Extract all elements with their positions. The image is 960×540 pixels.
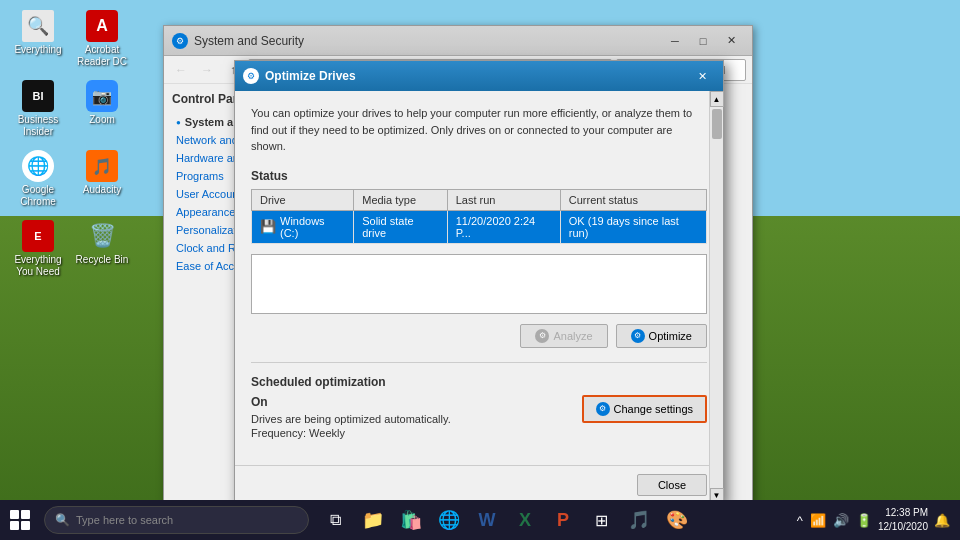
drive-media-type: Solid state drive (354, 210, 447, 243)
cp-window-controls: ─ □ ✕ (662, 31, 744, 51)
col-media-type: Media type (354, 189, 447, 210)
scheduled-title: Scheduled optimization (251, 375, 707, 389)
taskbar-excel[interactable]: X (507, 500, 543, 540)
desktop-icon-everything-you-need[interactable]: E EverythingYou Need (8, 220, 68, 290)
col-last-run: Last run (447, 189, 560, 210)
desktop-icons-area: 🔍 Everything A AcrobatReader DC BI Busin… (8, 10, 136, 360)
drive-current-status: OK (19 days since last run) (560, 210, 706, 243)
volume-icon[interactable]: 🔊 (831, 511, 851, 530)
task-view-icon: ⧉ (325, 510, 345, 530)
powerpoint-icon: P (553, 510, 573, 530)
taskbar-pinned-apps: ⧉ 📁 🛍️ 🌐 W X P ⊞ 🎵 (317, 500, 695, 540)
scroll-track (710, 107, 723, 488)
paint-icon: 🎨 (667, 510, 687, 530)
col-drive: Drive (252, 189, 354, 210)
scroll-thumb[interactable] (712, 109, 722, 139)
taskbar-store[interactable]: 🛍️ (393, 500, 429, 540)
drives-table: Drive Media type Last run Current status… (251, 189, 707, 244)
scheduled-info: On Drives are being optimized automatica… (251, 395, 451, 441)
cp-window-icon: ⚙ (172, 33, 188, 49)
change-settings-icon: ⚙ (596, 402, 610, 416)
active-bullet: ● (176, 118, 181, 127)
desktop-icon-chrome[interactable]: 🌐 GoogleChrome (8, 150, 68, 220)
spotify-icon: 🎵 (629, 510, 649, 530)
cp-maximize-button[interactable]: □ (690, 31, 716, 51)
cp-minimize-button[interactable]: ─ (662, 31, 688, 51)
cp-close-button[interactable]: ✕ (718, 31, 744, 51)
optimize-body: You can optimize your drives to help you… (235, 91, 723, 465)
system-tray-icons: ^ 📶 🔊 🔋 (795, 511, 874, 530)
taskbar-apps[interactable]: ⊞ (583, 500, 619, 540)
frequency-text: Frequency: Weekly (251, 427, 451, 439)
taskbar-spotify[interactable]: 🎵 (621, 500, 657, 540)
word-icon: W (477, 510, 497, 530)
optimize-action-buttons: ⚙ Analyze ⚙ Optimize (251, 324, 707, 348)
scroll-up-arrow[interactable]: ▲ (710, 91, 724, 107)
taskbar: 🔍 Type here to search ⧉ 📁 🛍️ 🌐 W X (0, 500, 960, 540)
drives-empty-area (251, 254, 707, 314)
change-settings-button[interactable]: ⚙ Change settings (582, 395, 708, 423)
optimize-button[interactable]: ⚙ Optimize (616, 324, 707, 348)
start-icon (10, 510, 30, 530)
dialog-close-button[interactable]: Close (637, 474, 707, 496)
dialog-scrollbar[interactable]: ▲ ▼ (709, 91, 723, 504)
analyze-button[interactable]: ⚙ Analyze (520, 324, 607, 348)
cp-title-text: System and Security (194, 34, 662, 48)
desktop-icon-recycle-bin[interactable]: 🗑️ Recycle Bin (72, 220, 132, 290)
store-icon: 🛍️ (401, 510, 421, 530)
taskbar-powerpoint[interactable]: P (545, 500, 581, 540)
tray-chevron[interactable]: ^ (795, 511, 805, 530)
taskbar-search-placeholder: Type here to search (76, 514, 173, 526)
drive-icon-symbol: 💾 (260, 219, 276, 234)
scheduled-row: On Drives are being optimized automatica… (251, 395, 707, 441)
section-divider (251, 362, 707, 363)
apps-icon: ⊞ (591, 510, 611, 530)
optimize-titlebar: ⚙ Optimize Drives ✕ (235, 61, 723, 91)
taskbar-paint[interactable]: 🎨 (659, 500, 695, 540)
cp-back-button[interactable]: ← (170, 59, 192, 81)
taskbar-search-icon: 🔍 (55, 513, 70, 527)
optimize-close-x-button[interactable]: ✕ (689, 66, 715, 86)
desktop: 🔍 Everything A AcrobatReader DC BI Busin… (0, 0, 960, 540)
auto-text: Drives are being optimized automatically… (251, 413, 451, 425)
taskbar-search-box[interactable]: 🔍 Type here to search (44, 506, 309, 534)
optimize-win-controls: ✕ (689, 66, 715, 86)
desktop-icon-audacity[interactable]: 🎵 Audacity (72, 150, 132, 220)
network-icon[interactable]: 📶 (808, 511, 828, 530)
desktop-icon-everything[interactable]: 🔍 Everything (8, 10, 68, 80)
excel-icon: X (515, 510, 535, 530)
drive-name: 💾 Windows (C:) (252, 210, 354, 243)
taskbar-chrome[interactable]: 🌐 (431, 500, 467, 540)
analyze-icon: ⚙ (535, 329, 549, 343)
optimize-title-icon: ⚙ (243, 68, 259, 84)
optimize-title-text: Optimize Drives (265, 69, 689, 83)
file-explorer-icon: 📁 (363, 510, 383, 530)
taskbar-right-area: ^ 📶 🔊 🔋 12:38 PM 12/10/2020 🔔 (795, 500, 960, 540)
optimize-description: You can optimize your drives to help you… (251, 105, 707, 155)
cp-titlebar: ⚙ System and Security ─ □ ✕ (164, 26, 752, 56)
start-button[interactable] (0, 500, 40, 540)
scheduled-optimization-section: Scheduled optimization On Drives are bei… (251, 375, 707, 441)
optimize-icon: ⚙ (631, 329, 645, 343)
optimize-footer: Close (235, 465, 723, 504)
optimize-status-title: Status (251, 169, 707, 183)
cp-forward-button[interactable]: → (196, 59, 218, 81)
desktop-icon-zoom[interactable]: 📷 Zoom (72, 80, 132, 150)
taskbar-word[interactable]: W (469, 500, 505, 540)
clock-date: 12/10/2020 (878, 520, 928, 534)
system-clock[interactable]: 12:38 PM 12/10/2020 (878, 506, 928, 534)
col-current-status: Current status (560, 189, 706, 210)
optimize-drives-dialog: ⚙ Optimize Drives ✕ You can optimize you… (234, 60, 724, 505)
notification-icon[interactable]: 🔔 (932, 511, 952, 530)
desktop-icon-business-insider[interactable]: BI BusinessInsider (8, 80, 68, 150)
on-label: On (251, 395, 451, 409)
chrome-taskbar-icon: 🌐 (439, 510, 459, 530)
clock-time: 12:38 PM (878, 506, 928, 520)
taskbar-task-view[interactable]: ⧉ (317, 500, 353, 540)
table-row-windows-c[interactable]: 💾 Windows (C:) Solid state drive 11/20/2… (252, 210, 707, 243)
battery-icon[interactable]: 🔋 (854, 511, 874, 530)
taskbar-file-explorer[interactable]: 📁 (355, 500, 391, 540)
desktop-icon-acrobat[interactable]: A AcrobatReader DC (72, 10, 132, 80)
drive-last-run: 11/20/2020 2:24 P... (447, 210, 560, 243)
